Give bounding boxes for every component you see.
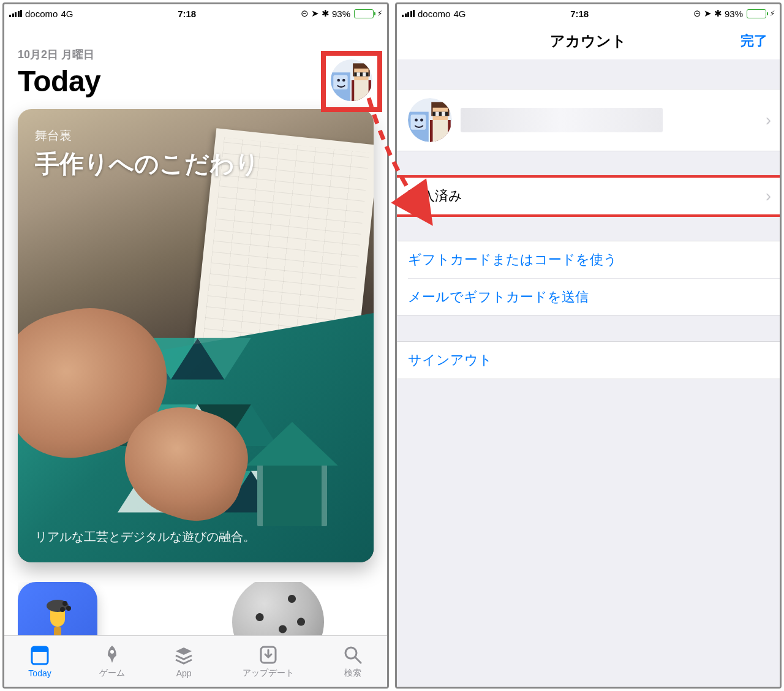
location-icon: ➤: [311, 8, 319, 19]
svg-point-30: [62, 601, 67, 606]
battery-icon: [354, 9, 374, 18]
svg-line-39: [355, 657, 361, 663]
battery-icon: [747, 9, 766, 18]
rotation-lock-icon: ⊝: [693, 8, 701, 19]
today-icon: [29, 645, 50, 666]
status-bar: docomo 4G 7:18 ⊝ ➤ ✱ 93% ⚡︎: [397, 4, 780, 23]
search-icon: [342, 644, 363, 665]
svg-point-31: [66, 606, 71, 611]
phone-right-account: docomo 4G 7:18 ⊝ ➤ ✱ 93% ⚡︎ アカウント 完了: [395, 2, 782, 689]
rotation-lock-icon: ⊝: [301, 8, 309, 19]
purchased-cell[interactable]: 購入済み ›: [397, 178, 780, 214]
apple-id-cell[interactable]: ›: [397, 89, 780, 151]
status-bar: docomo 4G 7:18 ⊝ ➤ ✱ 93% ⚡︎: [4, 4, 387, 23]
svg-rect-33: [54, 627, 61, 635]
done-button[interactable]: 完了: [741, 32, 767, 50]
signout-label: サインアウト: [408, 351, 492, 369]
tab-apps-label: App: [176, 668, 192, 678]
svg-point-45: [420, 119, 423, 122]
chevron-right-icon: ›: [766, 186, 771, 206]
location-icon: ➤: [704, 8, 712, 19]
carrier-label: docomo: [25, 9, 58, 19]
peek-movie-reel-icon: [232, 582, 324, 635]
peek-app-icon: [18, 582, 97, 635]
send-gift-cell[interactable]: メールでギフトカードを送信: [408, 278, 780, 315]
svg-point-36: [110, 650, 114, 654]
svg-rect-8: [354, 72, 368, 76]
svg-rect-10: [363, 72, 366, 76]
redeem-gift-label: ギフトカードまたはコードを使う: [408, 251, 617, 269]
bluetooth-icon: ✱: [714, 8, 722, 19]
svg-point-4: [337, 79, 340, 82]
tab-search[interactable]: 検索: [342, 644, 363, 679]
avatar-icon: [331, 59, 372, 101]
page-title: Today: [18, 64, 374, 98]
svg-rect-35: [32, 647, 48, 652]
download-icon: [258, 644, 279, 665]
account-avatar-button[interactable]: [331, 59, 372, 101]
chevron-right-icon: ›: [766, 110, 771, 130]
svg-rect-12: [354, 80, 368, 101]
clock: 7:18: [466, 9, 693, 19]
tab-games[interactable]: ゲーム: [99, 644, 125, 679]
nav-bar: アカウント 完了: [397, 23, 780, 59]
nav-title: アカウント: [550, 31, 627, 51]
tab-apps[interactable]: App: [173, 645, 194, 678]
tab-search-label: 検索: [344, 668, 361, 679]
signal-icon: [402, 10, 415, 17]
send-gift-label: メールでギフトカードを送信: [408, 288, 589, 306]
battery-pct: 93%: [332, 9, 350, 19]
card-headline: 手作りへのこだわり: [35, 147, 260, 181]
card-caption: リアルな工芸とデジタルな遊びの融合。: [35, 529, 255, 545]
rocket-icon: [102, 644, 123, 665]
charging-icon: ⚡︎: [770, 9, 775, 18]
today-header: 10月2日 月曜日 Today: [4, 23, 387, 104]
tab-today[interactable]: Today: [28, 645, 51, 678]
tab-today-label: Today: [28, 668, 51, 678]
svg-rect-9: [357, 72, 360, 76]
bluetooth-icon: ✱: [322, 8, 330, 19]
tab-updates[interactable]: アップデート: [243, 644, 294, 679]
signout-cell[interactable]: サインアウト: [397, 342, 780, 379]
tab-bar: Today ゲーム App アップデート 検索: [4, 635, 387, 687]
tab-games-label: ゲーム: [99, 668, 125, 679]
apple-id-redacted: [461, 108, 663, 132]
clock: 7:18: [73, 9, 301, 19]
network-label: 4G: [453, 9, 466, 19]
carrier-label: docomo: [418, 9, 450, 19]
charging-icon: ⚡︎: [377, 9, 382, 18]
svg-point-44: [415, 119, 418, 122]
svg-point-5: [342, 79, 345, 82]
signal-icon: [9, 10, 22, 17]
avatar-icon: [408, 98, 452, 142]
card-eyebrow: 舞台裏: [35, 127, 72, 144]
layers-icon: [173, 645, 194, 666]
svg-rect-52: [433, 120, 448, 142]
svg-rect-48: [433, 112, 448, 116]
next-card-peek: [18, 582, 374, 635]
today-feature-card[interactable]: 舞台裏 手作りへのこだわり リアルな工芸とデジタルな遊びの融合。: [18, 109, 374, 562]
purchased-label: 購入済み: [408, 187, 462, 205]
svg-point-32: [60, 607, 65, 612]
network-label: 4G: [61, 9, 73, 19]
svg-rect-50: [442, 112, 445, 116]
phone-left-appstore-today: docomo 4G 7:18 ⊝ ➤ ✱ 93% ⚡︎ 10月2日 月曜日 To…: [2, 2, 389, 689]
battery-pct: 93%: [725, 9, 743, 19]
tab-updates-label: アップデート: [243, 668, 294, 679]
redeem-gift-cell[interactable]: ギフトカードまたはコードを使う: [397, 241, 780, 278]
svg-rect-49: [435, 112, 439, 116]
date-label: 10月2日 月曜日: [18, 47, 374, 62]
